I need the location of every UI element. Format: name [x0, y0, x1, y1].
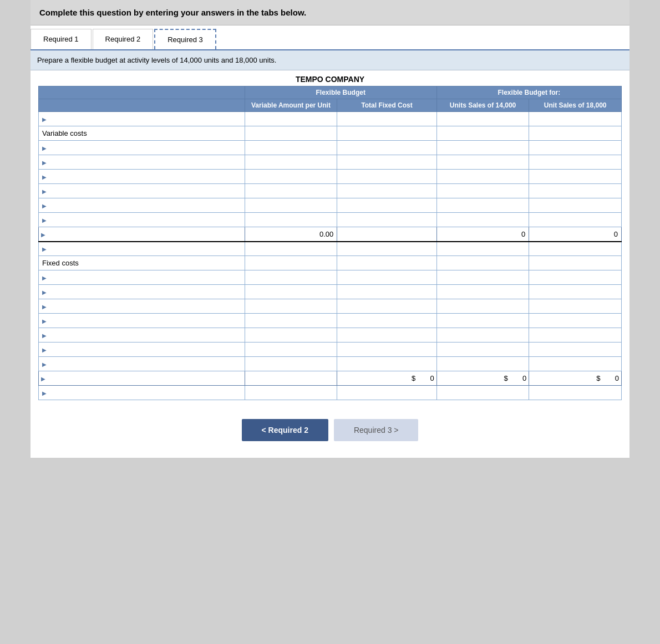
var-row-4: ▶ [39, 184, 622, 198]
fixed-costs-label-row: Fixed costs [39, 256, 622, 270]
company-name: TEMPO COMPANY [39, 70, 622, 86]
header-instruction: Complete this question by entering your … [39, 8, 621, 17]
tabs-row: Required 1 Required 2 Required 3 [31, 25, 629, 50]
tab-required-1[interactable]: Required 1 [31, 29, 92, 49]
header-group-row: Flexible Budget Flexible Budget for: [39, 86, 622, 99]
bottom-buttons: < Required 2 Required 3 > [31, 408, 629, 458]
var-total-amount: 0.00 [245, 227, 337, 242]
input-fixed-blank-top[interactable] [337, 112, 436, 126]
var-section-blank2 [337, 126, 436, 141]
variable-costs-label-row: Variable costs [39, 126, 622, 141]
instruction-bar: Prepare a flexible budget at activity le… [31, 50, 629, 70]
separator-row: ▶ [39, 242, 622, 256]
final-blank-row: ▶ [39, 386, 622, 400]
var-row-3: ▶ [39, 170, 622, 184]
var-row-6: ▶ [39, 213, 622, 227]
fixed-total-18k: $ 0 [529, 371, 622, 386]
next-button[interactable]: Required 3 > [334, 419, 419, 441]
var-total-18k: 0 [529, 227, 622, 242]
fixed-total-row: ▶ $ 0 $ 0 $ 0 [39, 371, 622, 386]
sub-header-empty [39, 99, 245, 112]
units-18k-header: Unit Sales of 18,000 [529, 99, 622, 112]
fixed-costs-label: Fixed costs [39, 256, 245, 270]
flexible-budget-header: Flexible Budget [245, 86, 436, 99]
company-title-row: TEMPO COMPANY [39, 70, 622, 86]
fixed-row-2: ▶ [39, 285, 622, 299]
header-empty [39, 86, 245, 99]
header-banner: Complete this question by entering your … [31, 0, 629, 25]
var-total-14k: 0 [436, 227, 529, 242]
input-var-blank-top[interactable] [245, 112, 337, 126]
var-total-label: ▶ [39, 227, 245, 242]
fixed-total-var [245, 371, 337, 386]
variable-costs-label: Variable costs [39, 126, 245, 141]
fixed-row-7: ▶ [39, 357, 622, 371]
fixed-row-5: ▶ [39, 328, 622, 343]
tab-required-3[interactable]: Required 3 [154, 29, 216, 49]
var-total-fixed [337, 227, 436, 242]
fixed-total-label: ▶ [39, 371, 245, 386]
fixed-total-fixed: $ 0 [337, 371, 436, 386]
variable-total-row: ▶ 0.00 0 0 [39, 227, 622, 242]
fixed-row-3: ▶ [39, 299, 622, 314]
input-18k-blank-top[interactable] [529, 112, 622, 126]
prev-button[interactable]: < Required 2 [242, 419, 328, 441]
var-section-blank4 [529, 126, 622, 141]
table-container: TEMPO COMPANY Flexible Budget Flexible B… [31, 70, 629, 408]
var-section-blank1 [245, 126, 337, 141]
input-14k-blank-top[interactable] [436, 112, 529, 126]
var-row-1: ▶ [39, 141, 622, 155]
header-sub-row: Variable Amount per Unit Total Fixed Cos… [39, 99, 622, 112]
fixed-row-4: ▶ [39, 314, 622, 328]
fixed-row-6: ▶ [39, 343, 622, 357]
tab-required-2[interactable]: Required 2 [93, 29, 154, 49]
total-fixed-header: Total Fixed Cost [337, 99, 436, 112]
label-blank-top: ▶ [39, 112, 245, 126]
var-amount-header: Variable Amount per Unit [245, 99, 337, 112]
blank-row-top: ▶ [39, 112, 622, 126]
var-section-blank3 [436, 126, 529, 141]
flexible-budget-for-header: Flexible Budget for: [436, 86, 621, 99]
fixed-total-14k: $ 0 [436, 371, 529, 386]
fixed-row-1: ▶ [39, 270, 622, 285]
units-14k-header: Units Sales of 14,000 [436, 99, 529, 112]
var-row-2: ▶ [39, 155, 622, 170]
var-row-5: ▶ [39, 198, 622, 213]
budget-table: TEMPO COMPANY Flexible Budget Flexible B… [38, 70, 622, 400]
